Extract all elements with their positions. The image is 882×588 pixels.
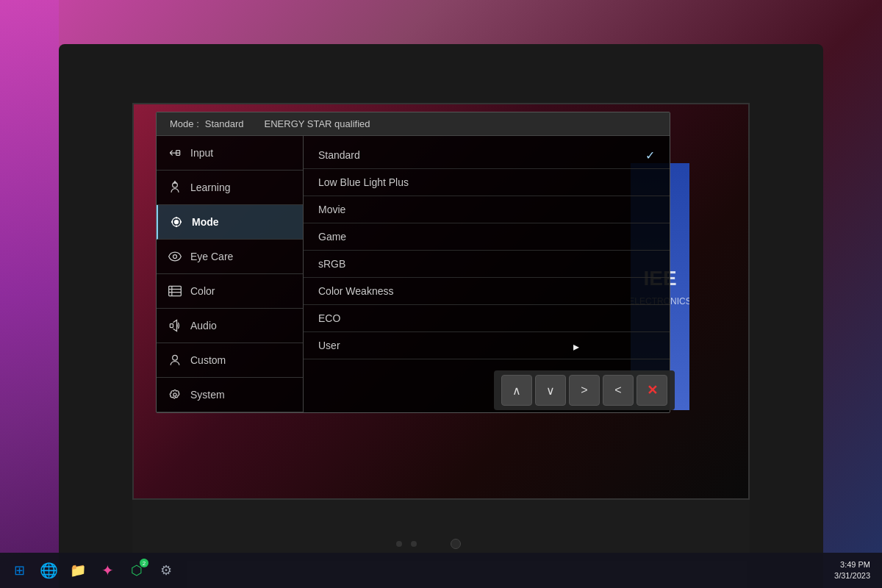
nav-close-button[interactable]: ✕ — [637, 375, 667, 406]
taskbar-clock: 3:49 PM 3/31/2023 — [834, 559, 876, 582]
osd-menu: Mode : Standard ENERGY STAR qualified In… — [156, 112, 670, 413]
svg-point-14 — [173, 355, 178, 360]
settings-icon: ⚙ — [160, 562, 172, 578]
content-item-color-weakness[interactable]: Color Weakness — [304, 278, 670, 305]
content-label-low-blue-light-plus: Low Blue Light Plus — [318, 176, 409, 188]
nav-right-button[interactable]: > — [569, 375, 600, 406]
svg-point-2 — [175, 220, 179, 224]
sidebar-item-custom[interactable]: Custom — [157, 343, 303, 378]
check-icon-standard: ✓ — [645, 148, 655, 162]
system-icon — [167, 387, 183, 403]
audio-icon — [167, 318, 183, 334]
monitor-bezel: IEE ELECTRONICS Mode : Standard ENERGY S… — [59, 44, 823, 588]
svg-point-4 — [171, 221, 173, 223]
content-item-standard[interactable]: Standard ✓ — [304, 142, 670, 169]
settings-button[interactable]: ⚙ — [153, 557, 179, 584]
monitor-screen: IEE ELECTRONICS Mode : Standard ENERGY S… — [132, 103, 750, 500]
bezel-button-2 — [411, 541, 417, 547]
mode-value: Standard — [205, 118, 244, 129]
color-icon — [167, 283, 183, 299]
nav-down-button[interactable]: ∨ — [535, 375, 566, 406]
sidebar-item-mode[interactable]: Mode — [157, 205, 303, 240]
power-indicator — [451, 539, 461, 549]
nav-left-button[interactable]: < — [603, 375, 634, 406]
custom-icon — [167, 352, 183, 368]
content-item-eco[interactable]: ECO — [304, 305, 670, 332]
osd-sidebar: Input Learning Mode — [157, 136, 304, 412]
sidebar-label-input: Input — [190, 147, 213, 159]
sidebar-label-learning: Learning — [190, 182, 231, 193]
clock-date: 3/31/2023 — [834, 570, 870, 581]
svg-point-15 — [173, 393, 176, 396]
content-item-srgb[interactable]: sRGB — [304, 251, 670, 278]
svg-point-8 — [173, 255, 177, 259]
explorer-button[interactable]: 📁 — [65, 557, 91, 584]
sidebar-label-color: Color — [190, 285, 215, 297]
content-item-game[interactable]: Game — [304, 223, 670, 251]
sidebar-label-mode: Mode — [192, 216, 219, 228]
content-label-game: Game — [318, 231, 346, 243]
left-decoration — [0, 0, 59, 588]
start-button[interactable]: ⊞ — [6, 557, 32, 584]
svg-rect-9 — [169, 286, 182, 295]
edge-button[interactable]: 🌐 — [35, 557, 62, 584]
taskbar: ⊞ 🌐 📁 ✦ ⬡ 2 ⚙ 3:49 PM 3/31/2023 — [0, 553, 882, 588]
xbox-badge: 2 — [140, 559, 148, 567]
input-icon — [167, 145, 183, 161]
edge-icon: 🌐 — [40, 562, 58, 579]
sidebar-label-custom: Custom — [190, 354, 226, 366]
sidebar-item-system[interactable]: System — [157, 378, 303, 412]
osd-header: Mode : Standard ENERGY STAR qualified — [157, 112, 670, 136]
content-item-low-blue-light-plus[interactable]: Low Blue Light Plus — [304, 169, 670, 196]
xbox-button[interactable]: ⬡ 2 — [123, 557, 150, 584]
content-item-user[interactable]: User — [304, 332, 670, 359]
content-item-movie[interactable]: Movie — [304, 196, 670, 223]
sidebar-item-learning[interactable]: Learning — [157, 171, 303, 205]
content-label-eco: ECO — [318, 312, 340, 324]
eye-care-icon — [167, 248, 183, 265]
clock-time: 3:49 PM — [834, 559, 870, 570]
learning-icon — [167, 179, 183, 196]
content-label-color-weakness: Color Weakness — [318, 285, 393, 297]
photos-button[interactable]: ✦ — [94, 557, 121, 584]
mode-label: Mode : — [170, 118, 199, 129]
content-label-user: User — [318, 340, 340, 351]
explorer-icon: 📁 — [70, 562, 86, 578]
content-label-standard: Standard — [318, 149, 360, 161]
svg-point-7 — [176, 226, 178, 228]
sidebar-label-audio: Audio — [190, 320, 217, 331]
sidebar-label-eye-care: Eye Care — [190, 251, 233, 262]
start-icon: ⊞ — [14, 562, 25, 578]
mode-icon — [168, 214, 184, 230]
photos-icon: ✦ — [101, 562, 114, 579]
nav-bar: ∧ ∨ > < ✕ — [494, 370, 675, 410]
svg-point-5 — [180, 221, 182, 223]
energy-star-label: ENERGY STAR qualified — [265, 118, 370, 129]
svg-point-6 — [176, 217, 178, 219]
sidebar-label-system: System — [190, 389, 225, 401]
svg-rect-13 — [170, 324, 173, 328]
sidebar-item-audio[interactable]: Audio — [157, 309, 303, 343]
sidebar-item-eye-care[interactable]: Eye Care — [157, 240, 303, 274]
content-label-movie: Movie — [318, 204, 345, 215]
sidebar-item-color[interactable]: Color — [157, 274, 303, 309]
bezel-button-1 — [396, 541, 402, 547]
sidebar-item-input[interactable]: Input — [157, 136, 303, 171]
content-label-srgb: sRGB — [318, 258, 345, 270]
nav-up-button[interactable]: ∧ — [501, 375, 532, 406]
